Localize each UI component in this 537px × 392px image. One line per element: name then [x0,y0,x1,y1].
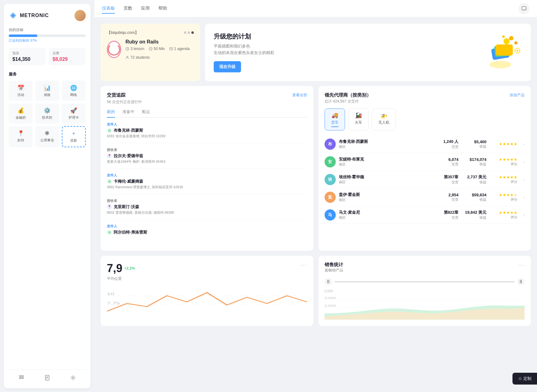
svg-text:10: 10 [107,292,114,296]
nav-dashboard[interactable]: 仪表板 [102,4,115,14]
nav-apps[interactable]: 应用 [141,4,150,14]
upgrade-button[interactable]: 现在升级 [214,61,241,72]
agent-arrow-0[interactable]: › [523,142,525,147]
svg-point-19 [509,36,513,40]
chat-icon[interactable] [518,3,530,14]
expense-card: 花费 $8,029 [49,48,86,65]
delivery-card: 交货追踪 查看全部 56 次交付正在进行中 新的 准备中 船运 发件人 ◎ 布鲁… [101,86,313,251]
topnav-right [518,3,530,14]
svg-rect-0 [19,377,24,377]
name-0: ◎ 布鲁克林·西蒙斯 [107,128,307,133]
truck-underline [331,126,339,127]
sales-more-button[interactable]: ··· [518,262,525,268]
course-students: 72 students [125,55,150,60]
sales-subtitle: 最畅销产品 [325,268,343,273]
add-product-button[interactable]: 添加产品 [510,93,525,98]
course-url: 【biqubiqu.com】 [107,30,139,35]
add-icon: + [72,130,75,137]
customize-button[interactable]: ☆ 定制 [512,373,537,385]
tech-label: 技术的 [42,115,52,120]
tab-preparing[interactable]: 准备中 [122,109,134,118]
service-tech[interactable]: ⚙️ 技术的 [35,103,59,124]
dot-1 [184,31,186,34]
expense-label: 花费 [52,51,82,56]
agent-tab-drone[interactable]: 🚁 无人机 [372,108,396,130]
finance-label: 金融的 [16,115,26,120]
svg-text:2,500: 2,500 [325,304,336,307]
dot-3 [191,31,194,34]
truck-icon: 🚚 [331,112,338,119]
agent-tab-truck[interactable]: 🚚 货车 [325,108,345,130]
agent-arrow-4[interactable]: › [523,212,525,217]
avg-more-button[interactable]: ··· [300,262,307,268]
dot-2 [188,31,190,34]
agents-card: 领先代理商（按类别） 添加产品 总计 424,567 次交付 🚚 货车 🚂 火车 [318,86,531,251]
name-3: 📍 克里斯汀·沃森 [107,204,307,210]
document-icon[interactable] [44,375,50,382]
svg-point-23 [517,50,518,52]
activity-label: 活动 [17,93,24,97]
service-hospitality[interactable]: 📍 款待 [9,126,33,147]
service-activity[interactable]: 📅 活动 [9,81,33,101]
agent-arrow-2[interactable]: › [523,177,525,182]
budget-row: 预算 $14,350 花费 $8,029 [9,48,86,65]
avatar[interactable] [75,10,86,21]
agent-info-0: 布鲁克林·西蒙斯 南区 [339,139,434,149]
view-all-button[interactable]: 查看全部 [292,93,307,98]
agent-arrow-3[interactable]: › [523,195,525,200]
svg-point-7 [72,377,74,379]
agent-info-2: 埃丝特·霍华德 南区 [339,174,434,185]
nav-help[interactable]: 帮助 [158,4,167,14]
agent-region-4: 南区 [339,215,434,220]
avg-trend: +2.2% [124,266,135,271]
svg-point-14 [489,61,511,68]
tab-shipping[interactable]: 船运 [142,109,150,118]
range-track [334,281,515,282]
row-2: 交货追踪 查看全部 56 次交付正在进行中 新的 准备中 船运 发件人 ◎ 布鲁… [101,86,531,251]
agent-rating-2: ★★★★★ 评分 [489,175,517,184]
role-3: 接收者 [107,198,307,203]
course-agenda: 1 agenda [169,47,190,51]
agent-row-2: 埃 埃丝特·霍华德 南区 第357章 交货 2,737 美元 收益 ★★★★★ … [325,171,525,189]
pause-left-icon[interactable]: ⏸ [325,278,332,285]
service-add[interactable]: + 添新 [62,126,86,147]
tab-new[interactable]: 新的 [107,109,115,118]
upgrade-card: 升级您的计划 平面插图和我们多色 生动的未混合紫色头发女士的精彩 现在升级 [205,24,531,81]
service-insurance[interactable]: 📊 保险 [35,81,59,101]
agent-row-3: 盖 盖伊·霍金斯 南区 2,954 交货 $59,634 收益 ★★★★★ 评分… [325,189,525,206]
agent-row-4: 马 马文·麦金尼 南区 第822章 交货 19,842 美元 收益 ★★★★★ … [325,206,525,224]
service-network[interactable]: 🌐 网络 [62,81,86,101]
svg-text:7.75: 7.75 [107,302,120,305]
svg-point-20 [514,41,517,44]
delivery-title: 交货追踪 [107,92,125,98]
svg-rect-1 [19,378,24,379]
pause-right-icon[interactable]: ⏸ [517,278,525,285]
row-3: 7,9 +2.2% 平均位置 ··· 10 7.75 [101,256,531,326]
activity-icon: 📅 [17,84,24,91]
sidebar: METRONIC 你的目标 已达到目标的 37% 预算 $14,350 花费 $… [4,4,91,388]
big-number-meta: 7,9 +2.2% [107,262,135,275]
agent-row-1: 安 安妮特·布莱克 南区 6,074 交货 $174,074 收益 ★★★★★ … [325,153,525,171]
avg-position-card: 7,9 +2.2% 平均位置 ··· 10 7.75 [101,256,313,326]
layers-icon[interactable] [18,375,25,382]
course-dots [184,31,194,34]
agent-tab-train[interactable]: 🚂 火车 [348,108,369,130]
service-public[interactable]: ❃ 公用事业 [35,126,59,147]
agent-revenue-1: $174,074 收益 [462,157,486,166]
settings-icon[interactable] [70,375,76,382]
agents-header: 领先代理商（按类别） 添加产品 [325,92,525,98]
svg-text:3,000: 3,000 [325,296,336,299]
services-grid: 📅 活动 📊 保险 🌐 网络 💰 金融的 ⚙️ 技术的 🚀 护理卡 📍 款待 ❃ [9,81,86,147]
service-finance[interactable]: 💰 金融的 [9,103,33,124]
budget-label: 预算 [12,51,42,56]
agent-name-1: 安妮特·布莱克 [339,157,434,162]
upgrade-illustration [472,34,522,71]
delivery-header: 交货追踪 查看全部 [107,92,307,98]
service-nursing[interactable]: 🚀 护理卡 [62,103,86,124]
nav-pages[interactable]: 页数 [124,4,132,14]
main: 仪表板 页数 应用 帮助 【biqubiqu.com】 [94,0,537,392]
agent-arrow-1[interactable]: › [523,159,525,164]
name-4: ◎ 阿尔伯特·弗洛雷斯 [107,230,307,235]
delivery-icon-4: ◎ [107,230,112,235]
delivery-icon-2: ◎ [107,179,112,184]
